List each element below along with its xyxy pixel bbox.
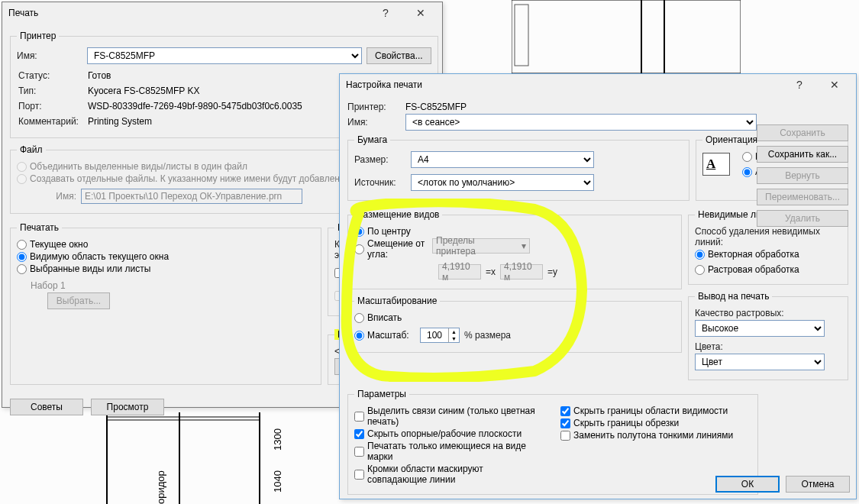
printer-group-label: Принтер xyxy=(17,31,59,41)
type-value: Kyocera FS-C8525MFP KX xyxy=(88,84,310,98)
status-value: Готов xyxy=(88,69,310,82)
options-group: Параметры Выделить связи синим (только ц… xyxy=(347,389,758,495)
setup-printer-value: FS-C8525MFP xyxy=(405,102,467,112)
scale-fit-radio[interactable]: Вписать xyxy=(354,312,402,323)
placement-group: Размещение видов По центру Смещение от у… xyxy=(347,209,682,289)
opt-mask-edges-checkbox[interactable]: Кромки области маскируют совпадающие лин… xyxy=(354,464,545,485)
setup-cancel-button[interactable]: Отмена xyxy=(786,476,850,493)
opt-halftone-checkbox[interactable]: Заменить полутона тонкими линиями xyxy=(560,430,733,441)
scaling-group-label: Масштабирование xyxy=(354,296,440,306)
colors-label: Цвета: xyxy=(695,341,723,352)
help-icon[interactable]: ? xyxy=(784,74,815,95)
save-as-button[interactable]: Сохранить как... xyxy=(757,146,848,163)
set-name-label: Набор 1 xyxy=(31,280,66,291)
hidden-vector-radio[interactable]: Векторная обработка xyxy=(695,249,799,260)
setup-name-select[interactable]: <в сеансе> xyxy=(405,114,757,131)
options-group-label: Параметры xyxy=(354,389,409,399)
opt-hide-scope-checkbox[interactable]: Скрыть границы области видимости xyxy=(560,405,728,416)
file-group-label: Файл xyxy=(17,144,46,155)
corridor-label: оридор xyxy=(155,470,166,504)
type-label: Тип: xyxy=(18,84,86,98)
opt-only-tags-checkbox[interactable]: Печатать только имеющиеся на виде марки xyxy=(354,441,545,462)
printer-name-select[interactable]: FS-C8525MFP xyxy=(87,47,362,64)
comment-value: Printing System xyxy=(88,115,310,128)
colors-select[interactable]: Цвет xyxy=(695,354,825,370)
paper-group-label: Бумага xyxy=(354,134,390,145)
output-group: Вывод на печать Качество растровых: Высо… xyxy=(688,291,848,380)
paper-group: Бумага Размер: A4 Источник: <лоток по ум… xyxy=(347,134,689,201)
save-button: Сохранить xyxy=(757,124,848,141)
printer-properties-button[interactable]: Свойства... xyxy=(367,47,431,64)
output-group-label: Вывод на печать xyxy=(695,291,772,302)
file-separate-radio: Создавать отдельные файлы. К указанному … xyxy=(17,173,340,184)
scale-suffix: % размера xyxy=(464,330,511,341)
help-icon[interactable]: ? xyxy=(370,2,401,24)
svg-rect-8 xyxy=(515,5,528,66)
revert-button: Вернуть xyxy=(757,167,848,184)
printer-name-label: Имя: xyxy=(17,50,82,61)
paper-source-select[interactable]: <лоток по умолчанию> xyxy=(411,174,594,191)
opt-hide-refplanes-checkbox[interactable]: Скрыть опорные/рабочие плоскости xyxy=(354,428,522,439)
orientation-group-label: Ориентация xyxy=(702,134,761,145)
setup-printer-label: Принтер: xyxy=(347,102,401,112)
print-range-label: Печатать xyxy=(17,222,62,233)
scale-percent-input[interactable]: ▲▼ xyxy=(420,328,460,343)
offset-y-input: 4,1910 м xyxy=(500,264,543,279)
print-setup-dialog: Настройка печати ? ✕ Принтер: FS-C8525MF… xyxy=(339,73,857,499)
raster-quality-label: Качество растровых: xyxy=(695,308,784,318)
choose-set-button: Выбрать... xyxy=(47,292,110,309)
x-equals: =x xyxy=(486,267,496,277)
port-value: WSD-80339dfe-7269-49bf-9890-5475db03f0c6… xyxy=(88,99,310,113)
paper-source-label: Источник: xyxy=(354,177,406,188)
placement-center-radio[interactable]: По центру xyxy=(354,226,411,237)
paper-size-label: Размер: xyxy=(354,154,406,165)
scale-percent-radio[interactable]: Масштаб: xyxy=(354,330,415,341)
hidden-method-label: Способ удаления невидимых линий: xyxy=(695,226,841,247)
range-current-window-radio[interactable]: Текущее окно xyxy=(17,239,88,250)
offset-limits-select: Пределы принтера ▾ xyxy=(432,238,530,254)
preview-button[interactable]: Просмотр xyxy=(91,399,164,415)
hidden-raster-radio[interactable]: Растровая обработка xyxy=(695,264,799,275)
opt-blue-links-checkbox[interactable]: Выделить связи синим (только цветная печ… xyxy=(354,405,545,427)
print-dialog-titlebar: Печать ? ✕ xyxy=(2,2,442,24)
setup-dialog-titlebar: Настройка печати ? ✕ xyxy=(340,74,856,95)
file-name-label: Имя: xyxy=(17,191,76,202)
file-name-input xyxy=(81,189,302,204)
raster-quality-select[interactable]: Высокое xyxy=(695,320,825,337)
port-label: Порт: xyxy=(18,99,86,113)
svg-rect-5 xyxy=(512,0,741,73)
dim-label: 1040 xyxy=(272,470,283,493)
setup-dialog-title: Настройка печати xyxy=(346,79,780,90)
dim-label: 1300 xyxy=(272,428,283,451)
delete-button: Удалить xyxy=(757,210,848,227)
placement-group-label: Размещение видов xyxy=(354,209,442,220)
placement-offset-radio[interactable]: Смещение от угла: xyxy=(354,238,428,260)
paper-orientation-icon xyxy=(702,153,730,176)
file-combine-radio: Объединить выделенные виды/листы в один … xyxy=(17,161,247,172)
comment-label: Комментарий: xyxy=(18,115,86,128)
close-icon[interactable]: ✕ xyxy=(819,74,850,95)
paper-size-select[interactable]: A4 xyxy=(411,151,594,168)
range-selected-radio[interactable]: Выбранные виды или листы xyxy=(17,263,150,274)
opt-hide-crop-checkbox[interactable]: Скрыть границы обрезки xyxy=(560,418,679,428)
setup-ok-button[interactable]: ОК xyxy=(715,476,780,493)
spinner-up-icon[interactable]: ▲ xyxy=(449,328,459,335)
close-icon[interactable]: ✕ xyxy=(405,2,436,24)
range-visible-area-radio[interactable]: Видимую область текущего окна xyxy=(17,251,169,262)
y-equals: =y xyxy=(547,267,557,277)
status-label: Статус: xyxy=(18,69,86,82)
print-range-group: Печатать Текущее окно Видимую область те… xyxy=(10,222,321,385)
rename-button: Переименовать... xyxy=(757,189,848,205)
print-dialog-title: Печать xyxy=(8,8,366,18)
scaling-group: Масштабирование Вписать Масштаб: ▲▼ % ра… xyxy=(347,296,682,353)
setup-name-label: Имя: xyxy=(347,117,401,128)
tips-button[interactable]: Советы xyxy=(10,399,83,415)
offset-x-input: 4,1910 м xyxy=(438,264,481,279)
spinner-down-icon[interactable]: ▼ xyxy=(449,335,459,342)
